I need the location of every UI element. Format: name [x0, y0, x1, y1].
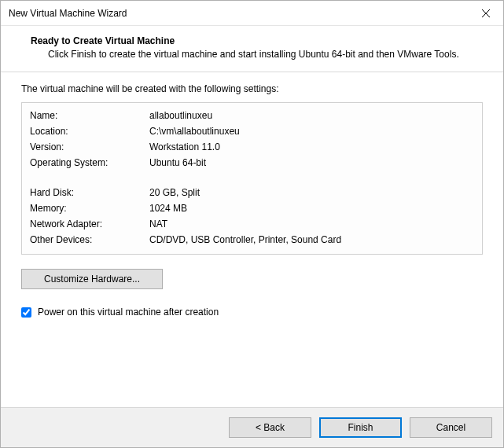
settings-row: Operating System: Ubuntu 64-bit: [30, 155, 474, 171]
close-icon: [482, 9, 490, 17]
titlebar: New Virtual Machine Wizard: [1, 1, 503, 26]
setting-label: Hard Disk:: [30, 185, 149, 200]
page-heading: Ready to Create Virtual Machine: [31, 35, 487, 46]
settings-summary-box: Name: allaboutlinuxeu Location: C:\vm\al…: [21, 102, 483, 255]
settings-row: Hard Disk: 20 GB, Split: [30, 185, 474, 200]
settings-row: Location: C:\vm\allaboutlinuxeu: [30, 123, 474, 139]
settings-row: Name: allaboutlinuxeu: [30, 108, 474, 123]
wizard-header: Ready to Create Virtual Machine Click Fi…: [1, 26, 503, 72]
cancel-button[interactable]: Cancel: [410, 417, 492, 438]
setting-label: Memory:: [30, 200, 149, 216]
setting-value: NAT: [149, 216, 474, 232]
setting-value: Ubuntu 64-bit: [149, 155, 474, 171]
setting-label: Operating System:: [30, 155, 149, 171]
settings-intro: The virtual machine will be created with…: [21, 83, 483, 94]
close-button[interactable]: [468, 2, 503, 25]
wizard-footer: < Back Finish Cancel: [1, 407, 503, 447]
setting-label: Network Adapter:: [30, 216, 149, 232]
window-title: New Virtual Machine Wizard: [9, 8, 127, 19]
setting-label: Version:: [30, 139, 149, 155]
page-subtext: Click Finish to create the virtual machi…: [32, 48, 487, 61]
back-button[interactable]: < Back: [229, 417, 311, 438]
poweron-checkbox-row[interactable]: Power on this virtual machine after crea…: [21, 307, 483, 318]
settings-row: Memory: 1024 MB: [30, 200, 474, 216]
setting-value: Workstation 11.0: [149, 139, 474, 155]
setting-value: 20 GB, Split: [149, 185, 474, 200]
customize-hardware-button[interactable]: Customize Hardware...: [21, 269, 163, 289]
setting-value: CD/DVD, USB Controller, Printer, Sound C…: [149, 232, 474, 248]
poweron-label: Power on this virtual machine after crea…: [38, 307, 219, 318]
setting-label: Other Devices:: [30, 232, 149, 248]
settings-row: Version: Workstation 11.0: [30, 139, 474, 155]
setting-value: 1024 MB: [149, 200, 474, 216]
poweron-checkbox[interactable]: [21, 307, 31, 318]
customize-hardware-wrap: Customize Hardware...: [21, 269, 483, 289]
setting-value: allaboutlinuxeu: [149, 108, 474, 123]
setting-label: Name:: [30, 108, 149, 123]
finish-button[interactable]: Finish: [319, 417, 402, 438]
settings-row: Network Adapter: NAT: [30, 216, 474, 232]
settings-row: Other Devices: CD/DVD, USB Controller, P…: [30, 232, 474, 248]
setting-label: Location:: [30, 123, 149, 139]
setting-value: C:\vm\allaboutlinuxeu: [149, 123, 474, 139]
wizard-content: The virtual machine will be created with…: [1, 72, 503, 407]
